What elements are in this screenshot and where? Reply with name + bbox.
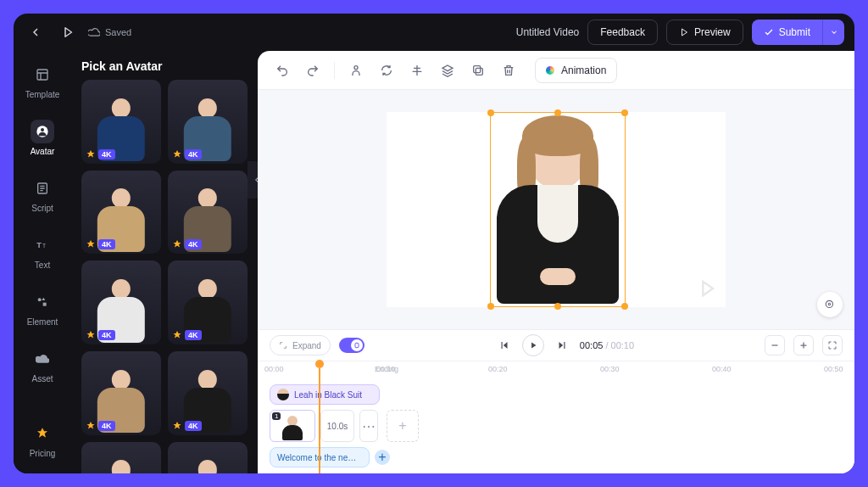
svg-point-12 xyxy=(828,303,830,305)
project-title[interactable]: Untitled Video xyxy=(516,26,580,38)
crop-person-button[interactable] xyxy=(347,61,365,80)
scene-label[interactable]: Leah in Black Suit xyxy=(270,384,380,405)
avatar-panel: Pick an Avatar 4K 4K 4K xyxy=(71,51,258,473)
scene-more-button[interactable]: ⋯ xyxy=(359,410,378,442)
rail-avatar[interactable]: Avatar xyxy=(19,116,66,160)
submit-more-button[interactable] xyxy=(822,20,844,45)
undo-button[interactable] xyxy=(273,61,292,80)
resolution-badge: 4K xyxy=(98,239,115,249)
pricing-icon xyxy=(31,422,54,445)
watermark-icon xyxy=(695,277,719,300)
submit-button[interactable]: Submit xyxy=(752,20,822,45)
resolution-badge: 4K xyxy=(185,330,202,340)
rail-element[interactable]: Element xyxy=(19,287,66,330)
redo-button[interactable] xyxy=(303,61,322,80)
scene-avatar-chip-icon xyxy=(277,389,289,400)
svg-rect-10 xyxy=(474,65,481,72)
topbar: Saved Untitled Video Feedback Preview Su… xyxy=(14,14,854,51)
ruler-tick: 00:20 xyxy=(488,365,508,373)
rail-script[interactable]: Script xyxy=(19,173,66,216)
animation-dot-icon xyxy=(546,66,554,75)
script-icon xyxy=(31,176,54,200)
side-rail: Template Avatar Script TT Text Element A… xyxy=(14,51,71,473)
timeline: Expand 00:05 / 00:10 xyxy=(258,329,854,473)
copy-button[interactable] xyxy=(469,61,487,80)
premium-gem-icon xyxy=(86,421,96,431)
ruler-tick: 00:50 xyxy=(824,365,843,373)
svg-rect-13 xyxy=(355,343,359,347)
premium-gem-icon xyxy=(172,239,182,249)
scene-thumbnail[interactable]: 1 xyxy=(270,410,315,442)
avatar-card[interactable]: 4K xyxy=(81,442,161,473)
expand-timeline-button[interactable]: Expand xyxy=(270,335,331,355)
logo-icon xyxy=(56,20,80,44)
avatar-card[interactable]: 4K xyxy=(81,260,161,344)
svg-point-2 xyxy=(41,128,44,132)
premium-gem-icon xyxy=(86,330,96,340)
avatar-card[interactable]: 4K xyxy=(168,442,248,473)
animation-button[interactable]: Animation xyxy=(535,58,617,83)
zoom-reset-button[interactable] xyxy=(817,292,843,317)
svg-rect-0 xyxy=(37,70,47,80)
timeline-ruler[interactable]: Ending 00:0000:1000:2000:3000:4000:50 xyxy=(258,361,854,379)
next-frame-button[interactable] xyxy=(553,336,571,355)
back-button[interactable] xyxy=(24,20,47,44)
delete-button[interactable] xyxy=(499,61,518,80)
resolution-badge: 4K xyxy=(185,149,202,160)
svg-point-8 xyxy=(354,65,358,69)
preview-button[interactable]: Preview xyxy=(666,20,743,45)
premium-gem-icon xyxy=(172,149,182,160)
avatar-icon xyxy=(31,120,54,143)
ruler-tick: 00:00 xyxy=(264,365,284,373)
layers-button[interactable] xyxy=(438,61,457,80)
save-status: Saved xyxy=(88,26,131,38)
zoom-in-timeline[interactable] xyxy=(793,335,814,355)
feedback-button[interactable]: Feedback xyxy=(587,20,658,45)
selection-box[interactable] xyxy=(490,112,626,307)
avatar-card[interactable]: 4K xyxy=(168,260,248,344)
ruler-tick: 00:40 xyxy=(712,365,732,373)
ruler-tick: 00:30 xyxy=(600,365,620,373)
timecode: 00:05 / 00:10 xyxy=(580,340,634,350)
rail-template[interactable]: Template xyxy=(19,59,66,103)
canvas-stage[interactable] xyxy=(258,90,854,329)
zoom-out-timeline[interactable] xyxy=(765,335,785,355)
ruler-tick: 00:10 xyxy=(376,365,396,373)
premium-gem-icon xyxy=(172,421,182,431)
save-status-label: Saved xyxy=(105,27,131,37)
avatar-card[interactable]: 4K xyxy=(168,351,248,435)
premium-gem-icon xyxy=(86,149,96,160)
avatar-card[interactable]: 4K xyxy=(81,80,161,164)
asset-icon xyxy=(31,347,54,371)
add-scene-button[interactable]: + xyxy=(387,410,419,442)
svg-point-11 xyxy=(826,300,832,307)
svg-rect-7 xyxy=(43,303,47,306)
svg-rect-9 xyxy=(476,68,482,75)
avatar-card[interactable]: 4K xyxy=(81,171,161,255)
video-frame xyxy=(387,112,726,307)
panel-collapse-handle[interactable] xyxy=(248,161,258,199)
svg-text:T: T xyxy=(36,241,42,249)
replace-button[interactable] xyxy=(377,61,396,80)
rail-text[interactable]: TT Text xyxy=(19,230,66,273)
premium-gem-icon xyxy=(172,330,182,340)
rail-pricing[interactable]: Pricing xyxy=(19,418,66,462)
panel-title: Pick an Avatar xyxy=(81,59,248,73)
timeline-mode-toggle[interactable] xyxy=(339,338,364,353)
svg-point-6 xyxy=(38,298,42,301)
avatar-card[interactable]: 4K xyxy=(168,171,248,255)
scene-duration[interactable]: 10.0s xyxy=(320,410,354,442)
align-button[interactable] xyxy=(408,61,426,80)
rail-asset[interactable]: Asset xyxy=(19,344,66,387)
resolution-badge: 4K xyxy=(98,149,115,160)
resolution-badge: 4K xyxy=(185,421,202,431)
playhead[interactable] xyxy=(315,360,324,368)
prev-frame-button[interactable] xyxy=(495,336,514,355)
resolution-badge: 4K xyxy=(185,239,202,249)
fit-timeline[interactable] xyxy=(822,335,843,355)
resolution-badge: 4K xyxy=(98,330,115,340)
avatar-card[interactable]: 4K xyxy=(81,351,161,435)
resolution-badge: 4K xyxy=(98,421,115,431)
avatar-card[interactable]: 4K xyxy=(168,80,248,164)
play-button[interactable] xyxy=(522,334,544,356)
